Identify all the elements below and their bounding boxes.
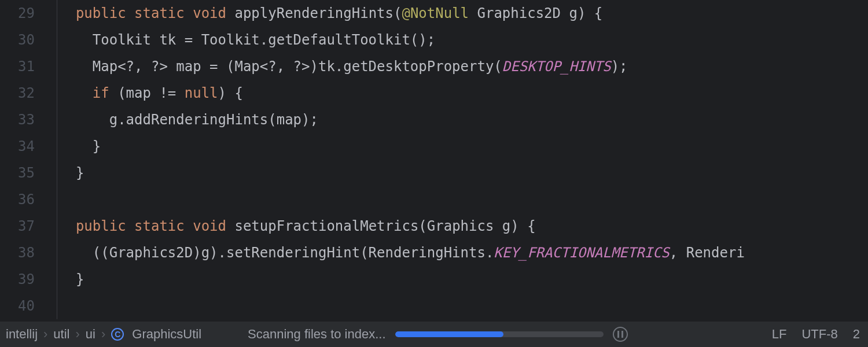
line-number: 32 bbox=[0, 80, 35, 106]
pause-icon bbox=[617, 331, 623, 338]
breadcrumb-item[interactable]: GraphicsUtil bbox=[132, 327, 201, 342]
breadcrumb-item[interactable]: intellij bbox=[6, 327, 38, 342]
code-line[interactable] bbox=[49, 293, 868, 319]
token: null bbox=[185, 80, 218, 106]
gutter: 293031323334353637383940 bbox=[0, 0, 49, 322]
code-line[interactable]: } bbox=[49, 133, 868, 160]
code-line[interactable]: if (map != null) { bbox=[49, 80, 868, 106]
line-number: 40 bbox=[0, 293, 35, 319]
line-number: 33 bbox=[0, 106, 35, 133]
token: if bbox=[93, 80, 117, 106]
right-number-widget[interactable]: 2 bbox=[853, 327, 860, 342]
token: , Renderi bbox=[670, 239, 745, 266]
chevron-right-icon: › bbox=[101, 327, 105, 342]
breadcrumbs[interactable]: intellij›util›ui›CGraphicsUtil bbox=[6, 327, 201, 342]
svg-rect-1 bbox=[621, 331, 623, 338]
code-line[interactable]: } bbox=[49, 160, 868, 186]
line-number: 36 bbox=[0, 186, 35, 213]
line-number: 31 bbox=[0, 53, 35, 80]
token: ( bbox=[393, 0, 402, 27]
line-separator-widget[interactable]: LF bbox=[772, 327, 787, 342]
token: g.addRenderingHints(map); bbox=[109, 106, 318, 133]
code-line[interactable]: Toolkit tk = Toolkit.getDefaultToolkit()… bbox=[49, 27, 868, 53]
code-line[interactable]: public static void applyRenderingHints(@… bbox=[49, 0, 868, 27]
status-bar: intellij›util›ui›CGraphicsUtil Scanning … bbox=[0, 322, 868, 347]
svg-rect-0 bbox=[617, 331, 619, 338]
token: } bbox=[76, 266, 84, 293]
code-line[interactable]: ((Graphics2D)g).setRenderingHint(Renderi… bbox=[49, 239, 868, 266]
token: void bbox=[193, 0, 234, 27]
token: ) { bbox=[578, 0, 602, 27]
code-line[interactable] bbox=[49, 186, 868, 213]
token: Graphics2D g bbox=[477, 0, 578, 27]
line-number: 35 bbox=[0, 160, 35, 186]
token: Toolkit tk = Toolkit.getDefaultToolkit()… bbox=[93, 27, 435, 53]
token: ) { bbox=[218, 80, 243, 106]
line-number: 37 bbox=[0, 213, 35, 239]
token: } bbox=[76, 160, 84, 186]
code-area[interactable]: public static void applyRenderingHints(@… bbox=[49, 0, 868, 322]
token: } bbox=[93, 133, 101, 160]
editor[interactable]: 293031323334353637383940 public static v… bbox=[0, 0, 868, 322]
token: @NotNull bbox=[402, 0, 477, 27]
encoding-widget[interactable]: UTF-8 bbox=[801, 327, 837, 342]
class-icon: C bbox=[111, 328, 124, 341]
line-number: 30 bbox=[0, 27, 35, 53]
token: public bbox=[76, 213, 134, 239]
token: void bbox=[193, 213, 234, 239]
breadcrumb-item[interactable]: util bbox=[53, 327, 69, 342]
line-number: 39 bbox=[0, 266, 35, 293]
token: applyRenderingHints bbox=[234, 0, 393, 27]
token: ); bbox=[611, 53, 628, 80]
pause-button[interactable] bbox=[613, 327, 628, 342]
progress-bar bbox=[395, 331, 604, 337]
chevron-right-icon: › bbox=[43, 327, 47, 342]
token: (Graphics g) { bbox=[418, 213, 535, 239]
token: KEY_FRACTIONALMETRICS bbox=[494, 239, 669, 266]
token: DESKTOP_HINTS bbox=[502, 53, 611, 80]
token: static bbox=[134, 213, 193, 239]
line-number: 38 bbox=[0, 239, 35, 266]
breadcrumb-item[interactable]: ui bbox=[86, 327, 95, 342]
code-line[interactable]: public static void setupFractionalMetric… bbox=[49, 213, 868, 239]
code-line[interactable]: g.addRenderingHints(map); bbox=[49, 106, 868, 133]
line-number: 29 bbox=[0, 0, 35, 27]
line-number: 34 bbox=[0, 133, 35, 160]
token: (map != bbox=[117, 80, 185, 106]
token: static bbox=[134, 0, 193, 27]
code-line[interactable]: Map<?, ?> map = (Map<?, ?>)tk.getDesktop… bbox=[49, 53, 868, 80]
token: ((Graphics2D)g).setRenderingHint(Renderi… bbox=[93, 239, 494, 266]
chevron-right-icon: › bbox=[75, 327, 79, 342]
token: setupFractionalMetrics bbox=[234, 213, 418, 239]
code-line[interactable]: } bbox=[49, 266, 868, 293]
token: public bbox=[76, 0, 134, 27]
indexing-status: Scanning files to index... bbox=[248, 327, 385, 342]
token: Map<?, ?> map = (Map<?, ?>)tk.getDesktop… bbox=[93, 53, 502, 80]
